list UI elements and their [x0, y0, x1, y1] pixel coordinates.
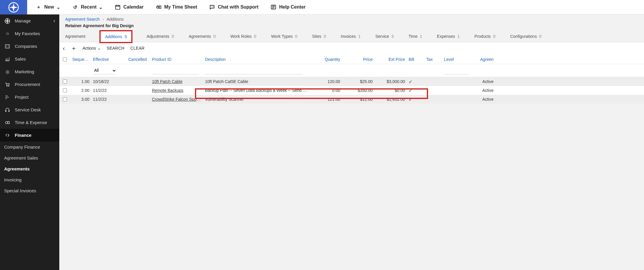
breadcrumb-root[interactable]: Agreement Search	[65, 17, 100, 22]
chart-icon	[4, 56, 11, 62]
chevron-down-icon: ⌄	[97, 46, 101, 51]
col-price[interactable]: Price	[342, 57, 374, 62]
timesheet-button[interactable]: My Time Sheet	[155, 4, 197, 10]
breadcrumb: Agreement Search › Additions	[59, 14, 644, 23]
recent-label: Recent	[81, 4, 96, 10]
tab-adjustments[interactable]: Adjustments0	[147, 30, 174, 42]
help-button[interactable]: Help Center	[270, 4, 306, 10]
sub-item-agreement-sales[interactable]: Agreement Sales	[0, 152, 59, 163]
tab-agreements[interactable]: Agreements0	[189, 30, 216, 42]
table-toolbar: ‹ ＋ Actions⌄ SEARCH CLEAR	[59, 42, 644, 54]
product-link[interactable]: CrowdStrike Falcon Spotlight	[152, 97, 203, 102]
tab-time[interactable]: Time1	[409, 30, 422, 42]
tab-products[interactable]: Products0	[474, 30, 495, 42]
tab-additions[interactable]: Additions3	[100, 31, 132, 43]
col-sequence[interactable]: Sequence	[71, 57, 91, 62]
sidebar-item-label: Marketing	[15, 69, 34, 74]
cell-price: $350.00	[342, 88, 374, 93]
product-link[interactable]: 10ft Patch Cable	[152, 79, 183, 84]
filter-description[interactable]	[205, 67, 303, 74]
select-all-checkbox[interactable]	[63, 57, 67, 61]
calendar-button[interactable]: Calendar	[114, 4, 143, 10]
new-button[interactable]: ＋ New ⌄	[35, 4, 60, 10]
back-button[interactable]: ‹	[63, 45, 65, 52]
row-checkbox[interactable]	[63, 97, 67, 101]
col-level[interactable]: Level	[442, 57, 472, 62]
col-tax[interactable]: Tax	[425, 57, 442, 62]
recent-button[interactable]: ↺ Recent ⌄	[72, 4, 103, 10]
chat-button[interactable]: Chat with Support	[209, 4, 258, 10]
search-button[interactable]: SEARCH	[107, 46, 124, 51]
sidebar-item-time-expense[interactable]: Time & Expense	[0, 116, 59, 129]
sidebar-manage[interactable]: Manage ‹	[0, 14, 59, 27]
table-row[interactable]: 3.0011/2/22CrowdStrike Falcon SpotlightV…	[59, 95, 644, 104]
tab-invoices[interactable]: Invoices1	[341, 30, 360, 42]
tab-label: Time	[409, 34, 418, 39]
sidebar-item-project[interactable]: Project	[0, 91, 59, 103]
row-checkbox[interactable]	[63, 88, 67, 92]
filter-product[interactable]	[152, 67, 199, 74]
sidebar-item-label: Project	[15, 95, 29, 100]
tab-configurations[interactable]: Configurations0	[510, 30, 541, 42]
tab-service[interactable]: Service3	[375, 30, 394, 42]
sidebar-item-finance[interactable]: Finance	[0, 129, 59, 141]
cell-description: Vulnerability Scanner	[203, 97, 309, 102]
sidebar-item-label: Service Desk	[15, 107, 41, 112]
sidebar-item-marketing[interactable]: ◎ Marketing	[0, 65, 59, 78]
sidebar-item-favorites[interactable]: ☆ My Favorites	[0, 27, 59, 40]
svg-point-3	[6, 86, 7, 86]
sidebar-item-companies[interactable]: Companies	[0, 40, 59, 53]
tab-expenses[interactable]: Expenses1	[437, 30, 460, 42]
add-button[interactable]: ＋	[71, 44, 77, 52]
tab-count: 3	[391, 34, 394, 39]
actions-button[interactable]: Actions⌄	[83, 46, 101, 51]
col-bill[interactable]: Bill	[407, 57, 425, 62]
table-row[interactable]: 2.0011/2/22Remote BackupsBackup Plan -- …	[59, 86, 644, 95]
timesheet-label: My Time Sheet	[164, 4, 197, 10]
filter-effective[interactable]: All	[93, 67, 117, 74]
sidebar-item-label: Finance	[15, 133, 32, 138]
sub-item-agreements[interactable]: Agreements	[0, 163, 59, 174]
sub-item-invoicing[interactable]: Invoicing	[0, 174, 59, 185]
help-icon	[270, 4, 277, 10]
tab-label: Service	[375, 34, 389, 39]
table-row[interactable]: 1.0010/18/2210ft Patch Cable10ft Patch C…	[59, 77, 644, 86]
cell-ext: $0.00	[374, 88, 407, 93]
tab-agreement[interactable]: Agreement	[65, 30, 85, 42]
sidebar-item-label: Time & Expense	[15, 120, 47, 125]
col-quantity[interactable]: Quantity	[309, 57, 342, 62]
cell-status: Active	[472, 88, 495, 93]
col-effective[interactable]: Effective	[91, 57, 127, 62]
col-product[interactable]: Product ID	[150, 57, 203, 62]
app-logo[interactable]	[0, 0, 27, 14]
col-ext-price[interactable]: Ext Price	[374, 57, 407, 62]
tab-count: 0	[295, 34, 297, 39]
tab-label: Expenses	[437, 34, 455, 39]
col-cancelled[interactable]: Cancelled	[127, 57, 150, 62]
sidebar-item-label: My Favorites	[15, 31, 40, 36]
sidebar-item-procurement[interactable]: Procurement	[0, 78, 59, 91]
help-label: Help Center	[279, 4, 306, 10]
timesheet-icon	[155, 4, 162, 10]
sidebar-item-sales[interactable]: Sales	[0, 53, 59, 65]
cell-qty: 120.00	[309, 79, 342, 84]
filter-level[interactable]	[444, 67, 469, 74]
tab-sites[interactable]: Sites0	[312, 30, 326, 42]
check-icon: ✓	[409, 88, 412, 93]
cell-ext: $1,452.00	[374, 97, 407, 102]
clear-button[interactable]: CLEAR	[130, 46, 145, 51]
target-icon: ◎	[4, 69, 11, 74]
row-checkbox[interactable]	[63, 79, 67, 84]
product-link[interactable]: Remote Backups	[152, 88, 183, 93]
sub-item-company-finance[interactable]: Company Finance	[0, 141, 59, 152]
sidebar-item-service-desk[interactable]: Service Desk	[0, 103, 59, 116]
col-description[interactable]: Description	[203, 57, 309, 62]
logo-compass-icon	[8, 2, 19, 13]
col-agreen[interactable]: Agreen	[472, 57, 495, 62]
tab-label: Work Types	[271, 34, 293, 39]
tab-work-roles[interactable]: Work Roles0	[230, 30, 256, 42]
cell-seq: 1.00	[71, 79, 91, 84]
tab-work-types[interactable]: Work Types0	[271, 30, 297, 42]
sub-item-special-invoices[interactable]: Special Invoices	[0, 185, 59, 196]
svg-point-7	[5, 121, 8, 124]
